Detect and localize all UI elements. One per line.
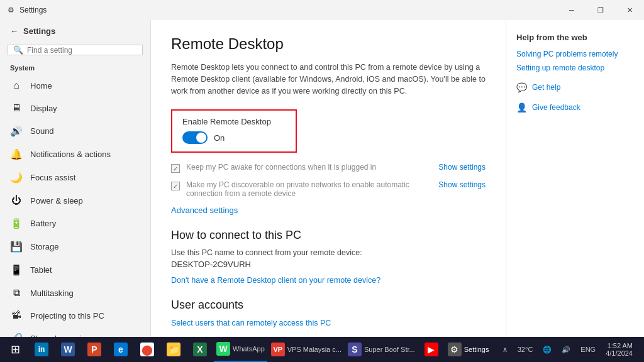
- option-awake-show-settings[interactable]: Show settings: [438, 163, 486, 172]
- sidebar-item-shared[interactable]: 🔗 Shared experiences: [0, 327, 150, 337]
- taskbar-app-whatsapp[interactable]: W WhatsApp: [214, 337, 267, 362]
- sidebar-item-label: Power & sleep: [30, 196, 83, 206]
- back-icon: ←: [10, 26, 18, 36]
- volume-icon: 🔊: [562, 346, 570, 354]
- clock-display: 1:52 AM 4/1/2024: [606, 342, 633, 357]
- notifications-icon: 🔔: [10, 148, 23, 160]
- search-input[interactable]: [27, 46, 137, 55]
- option-discoverable-text: Make my PC discoverable on private netwo…: [186, 180, 431, 198]
- get-help-button[interactable]: 💬 Get help: [516, 82, 634, 92]
- close-button[interactable]: ✕: [615, 0, 644, 20]
- power-icon: ⏻: [10, 195, 23, 206]
- help-link-2[interactable]: Setting up remote desktop: [516, 63, 634, 72]
- tablet-icon: 📱: [10, 264, 23, 276]
- sidebar-item-multitasking[interactable]: ⧉ Multitasking: [0, 282, 150, 304]
- sidebar-title: Settings: [23, 26, 55, 36]
- sidebar-item-battery[interactable]: 🔋 Battery: [0, 212, 150, 235]
- taskbar: ⊞ in W P e ⬤ 📁 X W WhatsApp VP VPS Malay…: [0, 337, 644, 362]
- minimize-button[interactable]: ─: [557, 0, 586, 20]
- sidebar-item-label: Storage: [30, 242, 59, 251]
- whatsapp-label: WhatsApp: [233, 345, 265, 353]
- taskbar-clock[interactable]: 1:52 AM 4/1/2024: [602, 337, 636, 362]
- home-icon: ⌂: [10, 80, 23, 91]
- vps-label: VPS Malaysia c...: [287, 346, 341, 353]
- taskbar-app-vps[interactable]: VP VPS Malaysia c...: [269, 337, 344, 362]
- no-client-link[interactable]: Don't have a Remote Desktop client on yo…: [171, 276, 380, 285]
- taskbar-app-edge[interactable]: e: [108, 337, 133, 362]
- taskbar-start-button[interactable]: ⊞: [3, 337, 28, 362]
- edge-icon: e: [114, 343, 128, 356]
- taskbar-language[interactable]: ENG: [577, 337, 599, 362]
- option-discoverable-checkbox[interactable]: [171, 182, 180, 190]
- titlebar: ⚙ Settings ─ ❐ ✕: [0, 0, 644, 20]
- advanced-settings-link[interactable]: Advanced settings: [171, 206, 486, 215]
- taskbar-app-explorer[interactable]: 📁: [161, 337, 186, 362]
- sidebar-item-storage[interactable]: 💾 Storage: [0, 235, 150, 258]
- back-button[interactable]: ← Settings: [0, 20, 150, 42]
- excel-icon: X: [193, 343, 207, 356]
- taskbar-network[interactable]: 🌐: [539, 337, 555, 362]
- sidebar-item-tablet[interactable]: 📱 Tablet: [0, 258, 150, 282]
- toggle-row: On: [182, 131, 286, 144]
- search-box[interactable]: 🔍: [8, 45, 143, 55]
- maximize-button[interactable]: ❐: [586, 0, 615, 20]
- taskbar-app-chrome[interactable]: ⬤: [135, 337, 160, 362]
- option-discoverable-show-settings[interactable]: Show settings: [438, 180, 486, 189]
- taskbar-volume[interactable]: 🔊: [558, 337, 574, 362]
- taskbar-app-youtube[interactable]: ▶: [419, 337, 444, 362]
- clock-time: 1:52 AM: [606, 342, 633, 349]
- page-title: Remote Desktop: [171, 35, 486, 53]
- start-icon: ⊞: [11, 343, 20, 356]
- help-link-1[interactable]: Solving PC problems remotely: [516, 50, 634, 58]
- powerpoint-icon: P: [87, 343, 101, 356]
- feedback-label: Give feedback: [532, 103, 580, 112]
- sidebar-item-notifications[interactable]: 🔔 Notifications & actions: [0, 143, 150, 166]
- taskbar-app-super[interactable]: S Super Boof Str...: [345, 337, 418, 362]
- taskbar-app-linkedin[interactable]: in: [29, 337, 54, 362]
- how-to-desc: Use this PC name to connect from your re…: [171, 248, 486, 257]
- pc-name: DESKTOP-2C9VURH: [171, 260, 486, 269]
- multitasking-icon: ⧉: [10, 287, 23, 299]
- titlebar-controls: ─ ❐ ✕: [557, 0, 644, 20]
- sidebar-item-label: Tablet: [30, 265, 52, 275]
- chevron-icon: ∧: [502, 346, 508, 354]
- taskbar-app-settings[interactable]: ⚙ Settings: [445, 337, 492, 362]
- sidebar: ← Settings 🔍 System ⌂ Home 🖥 Display 🔊 S…: [0, 20, 151, 337]
- sidebar-item-projecting[interactable]: 📽 Projecting to this PC: [0, 304, 150, 327]
- settings-icon: ⚙: [8, 6, 14, 14]
- sidebar-item-power[interactable]: ⏻ Power & sleep: [0, 189, 150, 212]
- sidebar-item-sound[interactable]: 🔊 Sound: [0, 119, 150, 143]
- titlebar-title: Settings: [19, 6, 47, 14]
- storage-icon: 💾: [10, 241, 23, 253]
- main-layout: ← Settings 🔍 System ⌂ Home 🖥 Display 🔊 S…: [0, 20, 644, 337]
- taskbar-app-excel[interactable]: X: [187, 337, 213, 362]
- enable-remote-desktop-box: Enable Remote Desktop On: [171, 109, 297, 153]
- sidebar-item-label: Notifications & actions: [30, 150, 111, 159]
- taskbar-app-powerpoint[interactable]: P: [82, 337, 107, 362]
- search-icon: 🔍: [13, 45, 23, 55]
- content-area: Remote Desktop Remote Desktop lets you c…: [151, 20, 506, 337]
- sound-icon: 🔊: [10, 125, 23, 137]
- youtube-icon: ▶: [425, 343, 438, 356]
- super-icon: S: [348, 343, 362, 356]
- projecting-icon: 📽: [10, 310, 23, 321]
- taskbar-chevron[interactable]: ∧: [499, 337, 511, 362]
- clock-date: 4/1/2024: [606, 349, 633, 357]
- sidebar-item-display[interactable]: 🖥 Display: [0, 97, 150, 119]
- sidebar-item-label: Multitasking: [30, 288, 74, 298]
- page-description: Remote Desktop lets you connect to and c…: [171, 62, 486, 97]
- settings-app-icon: ⚙: [448, 343, 462, 356]
- network-icon: 🌐: [543, 346, 552, 354]
- remote-desktop-toggle[interactable]: [182, 131, 208, 144]
- feedback-icon: 👤: [516, 102, 527, 112]
- give-feedback-button[interactable]: 👤 Give feedback: [516, 102, 634, 112]
- sidebar-item-focus[interactable]: 🌙 Focus assist: [0, 166, 150, 189]
- taskbar-app-word[interactable]: W: [55, 337, 80, 362]
- focus-icon: 🌙: [10, 172, 23, 184]
- taskbar-temp[interactable]: 32°C: [514, 337, 537, 362]
- select-users-link[interactable]: Select users that can remotely access th…: [171, 319, 331, 327]
- sidebar-item-home[interactable]: ⌂ Home: [0, 74, 150, 97]
- linkedin-icon: in: [35, 343, 48, 356]
- taskbar-right: ∧ 32°C 🌐 🔊 ENG 1:52 AM 4/1/2024: [499, 337, 641, 362]
- option-awake-checkbox[interactable]: [171, 164, 180, 173]
